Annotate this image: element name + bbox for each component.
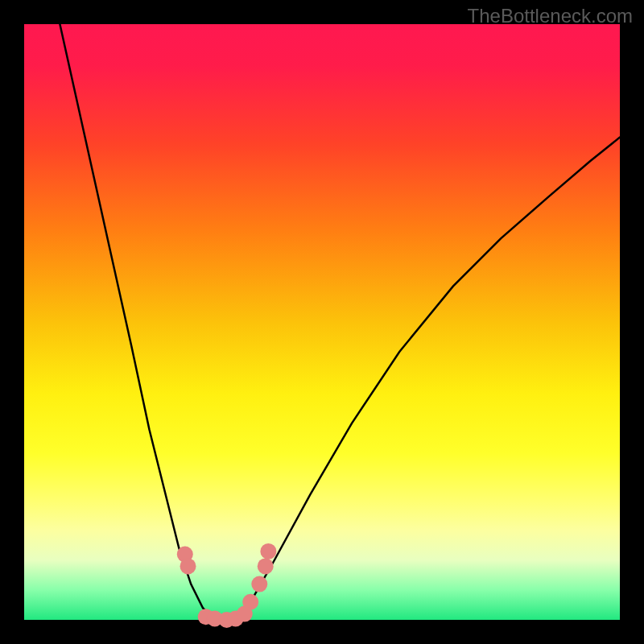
- marker-point: [251, 576, 267, 592]
- bottleneck-chart: [0, 0, 644, 644]
- marker-point: [180, 558, 196, 574]
- chart-container: TheBottleneck.com: [0, 0, 644, 644]
- watermark-text: TheBottleneck.com: [468, 5, 633, 27]
- marker-point: [260, 543, 276, 559]
- marker-point: [258, 558, 274, 574]
- marker-point: [242, 594, 258, 610]
- gradient-background: [24, 24, 620, 620]
